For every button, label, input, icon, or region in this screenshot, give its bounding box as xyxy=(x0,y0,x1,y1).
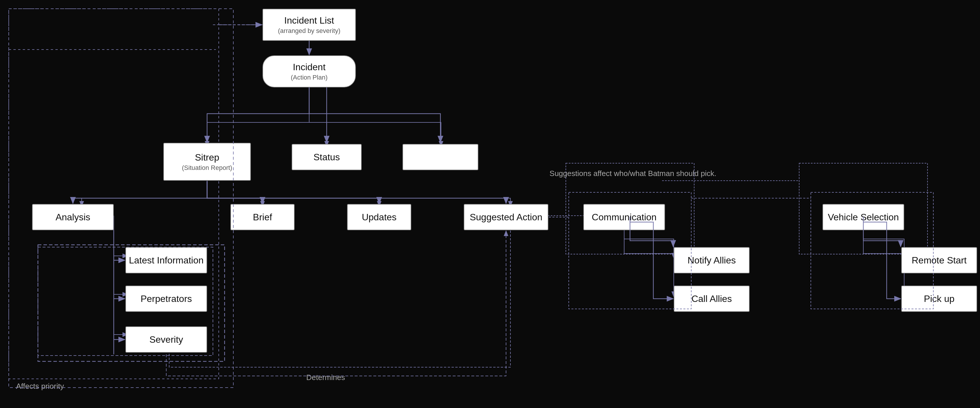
call-allies-node: Call Allies xyxy=(674,286,749,312)
severity-node: Severity xyxy=(126,326,207,352)
incident-list-sub: (arranged by severity) xyxy=(278,27,340,35)
status-label: Status xyxy=(313,152,340,163)
sitrep-label: Sitrep xyxy=(195,152,220,163)
updates-label: Updates xyxy=(362,212,396,223)
brief-node: Brief xyxy=(231,204,294,230)
unnamed-rect-node xyxy=(402,144,478,170)
communication-node: Communication xyxy=(583,204,665,230)
communication-label: Communication xyxy=(592,212,657,223)
incident-label: Incident xyxy=(293,62,326,73)
vehicle-selection-node: Vehicle Selection xyxy=(822,204,904,230)
sitrep-node: Sitrep (Situation Report) xyxy=(163,143,251,181)
brief-label: Brief xyxy=(253,212,272,223)
vehicle-selection-label: Vehicle Selection xyxy=(828,212,899,223)
svg-rect-12 xyxy=(9,9,219,379)
pick-up-node: Pick up xyxy=(901,286,977,312)
remote-start-node: Remote Start xyxy=(901,247,977,273)
pick-up-label: Pick up xyxy=(924,294,955,304)
latest-information-node: Latest Information xyxy=(126,247,207,273)
incident-list-node: Incident List (arranged by severity) xyxy=(262,9,356,41)
call-allies-label: Call Allies xyxy=(692,294,732,304)
sitrep-sub: (Situation Report) xyxy=(182,164,232,171)
status-node: Status xyxy=(292,144,362,170)
updates-node: Updates xyxy=(347,204,411,230)
incident-node: Incident (Action Plan) xyxy=(262,56,356,87)
analysis-node: Analysis xyxy=(32,204,114,230)
severity-label: Severity xyxy=(150,334,183,345)
suggestions-affect-label: Suggestions affect who/what Batman shoul… xyxy=(531,169,735,178)
perpetrators-label: Perpetrators xyxy=(141,294,192,304)
affects-priority-label: Affects priority xyxy=(16,382,64,391)
determines-label: Determines xyxy=(306,373,345,382)
notify-allies-label: Notify Allies xyxy=(687,255,736,266)
perpetrators-node: Perpetrators xyxy=(126,286,207,312)
notify-allies-node: Notify Allies xyxy=(674,247,749,273)
remote-start-label: Remote Start xyxy=(912,255,967,266)
latest-information-label: Latest Information xyxy=(129,255,204,266)
suggested-action-label: Suggested Action xyxy=(469,212,542,223)
suggested-action-node: Suggested Action xyxy=(464,204,548,230)
incident-list-label: Incident List xyxy=(285,15,334,26)
analysis-label: Analysis xyxy=(56,212,90,223)
incident-sub: (Action Plan) xyxy=(291,74,328,81)
diagram-container: Incident List (arranged by severity) Inc… xyxy=(0,0,980,408)
